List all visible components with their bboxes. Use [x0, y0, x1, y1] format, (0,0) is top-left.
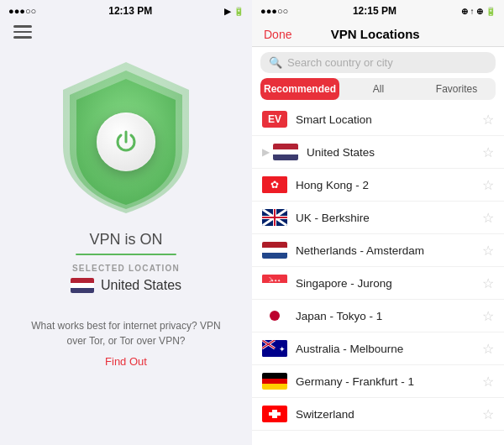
svg-text:✦✦✦: ✦✦✦: [270, 278, 281, 283]
list-item[interactable]: ☽ ✦✦✦ Singapore - Jurong ☆: [252, 267, 504, 300]
location-name: Switzerland: [296, 408, 482, 421]
location-name: UK - Berkshire: [296, 212, 482, 224]
search-icon: 🔍: [269, 56, 282, 69]
flag-icon: [273, 144, 298, 160]
right-status-bar: ●●●○○ 12:15 PM ⊕ ↑ ⊕ 🔋: [252, 0, 504, 20]
left-panel: ●●●○○ 12:13 PM ▶ 🔋 VPN is ON SELE: [0, 0, 252, 445]
right-signal-dots: ●●●○○: [260, 6, 288, 16]
left-status-bar: ●●●○○ 12:13 PM ▶ 🔋: [0, 0, 252, 20]
list-item[interactable]: ✿ Hong Kong - 2 ☆: [252, 169, 504, 202]
tab-favorites[interactable]: Favorites: [417, 78, 496, 100]
flag-icon: [262, 307, 287, 324]
left-signal-dots: ●●●○○: [8, 6, 36, 16]
vpn-status-text: VPN is ON: [89, 231, 162, 249]
vpn-info-text: What works best for internet privacy? VP…: [0, 318, 252, 348]
us-flag-icon: [71, 278, 94, 293]
favorite-star-icon[interactable]: ☆: [482, 144, 494, 160]
done-button[interactable]: Done: [264, 28, 291, 41]
vpn-status-line: [76, 254, 176, 255]
power-button[interactable]: [97, 113, 155, 171]
svg-rect-23: [269, 412, 281, 416]
location-name: United States: [307, 146, 482, 159]
svg-point-14: [270, 311, 280, 321]
favorite-star-icon[interactable]: ☆: [482, 406, 494, 422]
location-name: Singapore - Jurong: [296, 277, 482, 290]
favorite-star-icon[interactable]: ☆: [482, 210, 494, 226]
chevron-right-icon: ▶: [262, 146, 270, 158]
svg-text:✿: ✿: [270, 179, 279, 191]
flag-icon: ☽ ✦✦✦: [262, 275, 287, 291]
flag-icon: ✦: [262, 340, 287, 357]
location-name: Germany - Frankfurt - 1: [296, 375, 482, 388]
right-panel: ●●●○○ 12:15 PM ⊕ ↑ ⊕ 🔋 Done VPN Location…: [252, 0, 504, 445]
tab-recommended[interactable]: Recommended: [260, 78, 339, 100]
list-item[interactable]: Japan - Tokyo - 1 ☆: [252, 300, 504, 332]
location-name: Australia - Melbourne: [296, 343, 482, 355]
svg-rect-10: [262, 283, 287, 291]
power-icon: [113, 128, 139, 155]
list-item[interactable]: Germany - Frankfurt - 1 ☆: [252, 365, 504, 398]
hamburger-menu-icon[interactable]: [13, 25, 32, 39]
shield-container: [55, 58, 197, 217]
flag-icon: [262, 242, 287, 259]
location-name: Japan - Tokyo - 1: [296, 310, 482, 322]
page-title: VPN Locations: [331, 27, 420, 41]
search-input[interactable]: Search country or city: [287, 56, 393, 69]
locations-list: EV Smart Location ☆ ▶ United States ☆ ✿ …: [252, 103, 504, 445]
favorite-star-icon[interactable]: ☆: [482, 308, 494, 324]
right-status-icons: ⊕ ↑ ⊕ 🔋: [461, 7, 496, 16]
flag-icon: ✿: [262, 176, 287, 193]
left-status-icons: ▶ 🔋: [224, 7, 244, 16]
favorite-star-icon[interactable]: ☆: [482, 341, 494, 357]
right-header: Done VPN Locations: [252, 20, 504, 47]
flag-icon: [262, 373, 287, 390]
flag-icon: [262, 209, 287, 226]
favorite-star-icon[interactable]: ☆: [482, 243, 494, 259]
list-item[interactable]: ✦ Australia - Melbourne ☆: [252, 332, 504, 365]
location-name: Hong Kong - 2: [296, 179, 482, 191]
favorite-star-icon[interactable]: ☆: [482, 177, 494, 193]
favorite-star-icon[interactable]: ☆: [482, 112, 494, 128]
smart-location-icon: EV: [262, 111, 287, 128]
tab-all[interactable]: All: [339, 78, 417, 100]
favorite-star-icon[interactable]: ☆: [482, 374, 494, 390]
search-bar[interactable]: 🔍 Search country or city: [260, 52, 496, 73]
selected-location-label: SELECTED LOCATION: [72, 264, 180, 273]
list-item[interactable]: EV Smart Location ☆: [252, 103, 504, 136]
right-time: 12:15 PM: [353, 5, 396, 17]
tabs-bar: Recommended All Favorites: [260, 78, 496, 100]
selected-location-value: United States: [71, 278, 181, 293]
find-out-link[interactable]: Find Out: [105, 355, 147, 368]
list-item[interactable]: Netherlands - Amsterdam ☆: [252, 234, 504, 267]
location-name: Smart Location: [296, 113, 482, 126]
selected-location-name: United States: [101, 278, 181, 293]
list-item[interactable]: ▶ United States ☆: [252, 136, 504, 169]
flag-icon: [262, 406, 287, 422]
left-time: 12:13 PM: [108, 5, 152, 17]
location-name: Netherlands - Amsterdam: [296, 244, 482, 257]
list-item[interactable]: UK - Berkshire ☆: [252, 202, 504, 234]
ev-logo: EV: [268, 113, 281, 125]
list-item[interactable]: Switzerland ☆: [252, 398, 504, 431]
svg-text:✦: ✦: [279, 345, 286, 353]
favorite-star-icon[interactable]: ☆: [482, 275, 494, 291]
